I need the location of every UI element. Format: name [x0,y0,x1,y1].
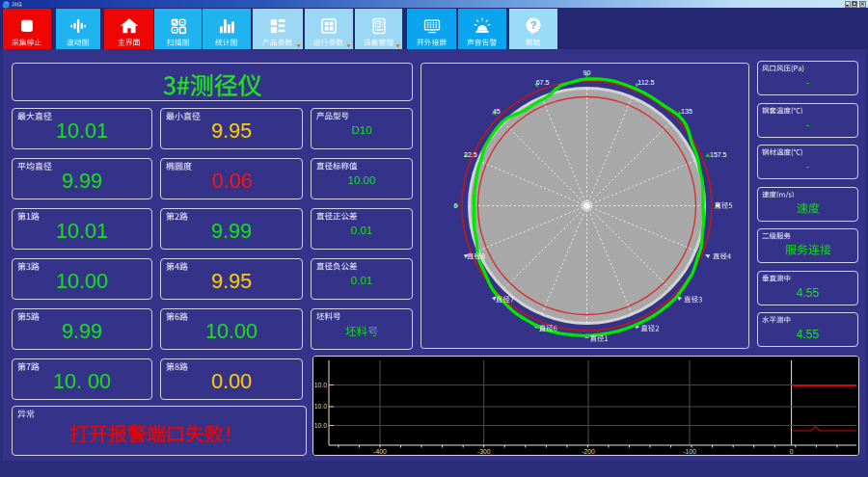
svg-text:10.0: 10.0 [314,422,327,429]
svg-text:-200: -200 [582,448,595,455]
svg-text:0: 0 [454,202,458,209]
svg-text:-400: -400 [373,448,387,455]
svg-text:-100: -100 [683,448,696,455]
svg-text:?: ? [530,18,537,30]
svg-text:22.5: 22.5 [464,151,477,158]
svg-text:135: 135 [681,108,692,115]
svg-text:157.5: 157.5 [710,151,727,158]
svg-text:0: 0 [790,448,794,455]
svg-text:-300: -300 [477,448,491,455]
svg-text:10.0: 10.0 [314,382,327,388]
svg-text:10.0: 10.0 [314,403,327,410]
svg-text:90: 90 [583,69,591,76]
svg-text:45: 45 [493,108,501,115]
svg-text:112.5: 112.5 [637,79,654,86]
svg-text:67.5: 67.5 [536,79,550,86]
